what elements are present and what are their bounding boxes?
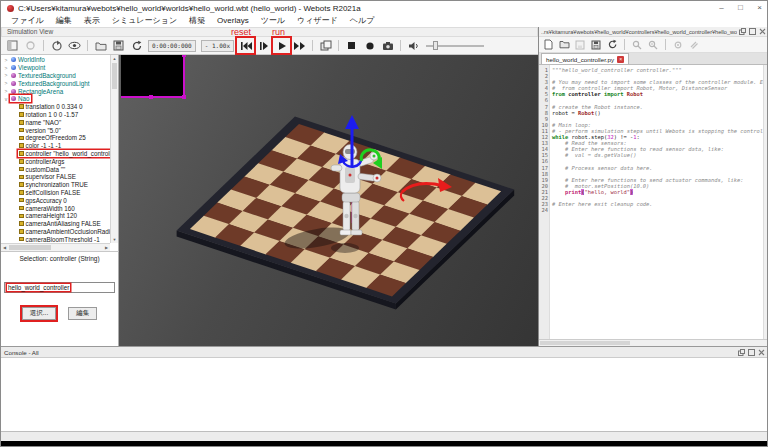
scroll-down-icon[interactable]: ▼ — [111, 236, 118, 243]
scrollbar-thumb[interactable] — [9, 245, 51, 250]
scene-tree[interactable]: >WorldInfo>Viewpoint>TexturedBackground>… — [2, 56, 110, 243]
tree-field-row[interactable]: cameraWidth 160 — [2, 204, 110, 212]
windows-icon[interactable] — [317, 38, 334, 53]
tree-node-row[interactable]: >RectangleArena — [2, 87, 110, 95]
menu-item-3[interactable]: 表示 — [78, 15, 106, 27]
tree-field-row[interactable]: gpsAccuracy 0 — [2, 196, 110, 204]
expand-icon[interactable]: > — [2, 72, 10, 78]
tree-field-row[interactable]: customData "" — [2, 165, 110, 173]
tree-field-row[interactable]: version "5.0" — [2, 126, 110, 134]
editor-vertical-scrollbar[interactable] — [763, 65, 768, 339]
menu-item-5[interactable]: 構築 — [183, 15, 211, 27]
menu-item-4[interactable]: シミュレーション — [106, 15, 183, 27]
scroll-right-icon[interactable]: ▶ — [103, 244, 110, 251]
volume-slider-thumb[interactable] — [433, 41, 438, 50]
tree-vertical-scrollbar[interactable]: ▲ ▼ — [110, 55, 118, 243]
open-folder-icon[interactable] — [92, 38, 109, 53]
expand-icon[interactable]: > — [2, 88, 10, 94]
tree-field-row[interactable]: name "NAO" — [2, 118, 110, 126]
play-button[interactable]: run — [273, 38, 290, 53]
editor-horizontal-scrollbar[interactable] — [539, 339, 768, 346]
expand-icon[interactable]: > — [2, 57, 10, 63]
scrollbar-thumb[interactable] — [112, 63, 117, 89]
magnifier-plus-icon[interactable] — [646, 38, 660, 51]
overlay-handle[interactable] — [182, 55, 186, 57]
magnifier-icon[interactable] — [630, 38, 644, 51]
select-controller-button[interactable]: 選択... — [22, 307, 56, 320]
world-reload-icon[interactable] — [48, 38, 65, 53]
save-icon[interactable] — [573, 38, 587, 51]
robot-camera-overlay[interactable] — [121, 55, 185, 98]
scroll-up-icon[interactable]: ▲ — [111, 55, 118, 62]
eye-icon[interactable] — [66, 38, 83, 53]
console-output[interactable] — [1, 358, 768, 431]
close-button[interactable]: × — [750, 1, 768, 15]
tab-close-icon[interactable]: × — [617, 56, 624, 63]
controller-value-input[interactable]: hello_world_controller — [4, 282, 115, 293]
edit-controller-button[interactable]: 編集 — [68, 307, 97, 320]
tree-field-row[interactable]: cameraAntiAliasing FALSE — [2, 220, 110, 228]
menu-item-8[interactable]: ウィザード — [291, 15, 344, 27]
scrollbar-thumb[interactable] — [540, 341, 630, 345]
console-maximize-icon[interactable] — [747, 348, 756, 356]
speed-display[interactable]: - 1.00x — [201, 40, 234, 52]
open-file-icon[interactable] — [557, 38, 571, 51]
menu-item-6[interactable]: Overlays — [211, 15, 255, 27]
tree-field-row[interactable]: supervisor FALSE — [2, 173, 110, 181]
tree-field-row[interactable]: controller "hello_world_controller" — [2, 150, 110, 158]
expand-icon[interactable]: > — [2, 80, 10, 86]
scroll-left-icon[interactable]: ◀ — [1, 244, 8, 251]
expand-icon[interactable]: > — [2, 65, 10, 71]
tree-field-row[interactable]: synchronization TRUE — [2, 181, 110, 189]
reset-button[interactable]: reset — [237, 38, 254, 53]
console-float-icon[interactable] — [737, 348, 746, 356]
maximize-button[interactable]: □ — [731, 1, 750, 15]
pane-icon[interactable] — [4, 38, 21, 53]
step-button[interactable] — [255, 38, 272, 53]
save-as-icon[interactable] — [589, 38, 603, 51]
revert-icon[interactable] — [128, 38, 145, 53]
code-text[interactable]: """hello_world_controller controller."""… — [550, 65, 768, 339]
revert-icon[interactable] — [605, 38, 619, 51]
editor-float-icon[interactable] — [738, 28, 747, 36]
minimize-button[interactable]: – — [712, 1, 731, 15]
camera-icon[interactable] — [379, 38, 396, 53]
tree-field-row[interactable]: rotation 1 0 0 -1.57 — [2, 111, 110, 119]
tree-field-row[interactable]: degreeOfFreedom 25 — [2, 134, 110, 142]
menu-item-9[interactable]: ヘルプ — [344, 15, 381, 27]
tree-field-row[interactable]: selfCollision FALSE — [2, 189, 110, 197]
tree-node-row[interactable]: >TexturedBackground — [2, 72, 110, 80]
console-close-icon[interactable] — [757, 348, 766, 356]
speaker-icon[interactable] — [405, 38, 422, 53]
tree-field-row[interactable]: cameraAmbientOcclusionRadius 0 — [2, 228, 110, 236]
menu-item-2[interactable]: 編集 — [50, 15, 78, 27]
gear-icon[interactable] — [671, 38, 685, 51]
code-editor[interactable]: 123456789101112131415161718192021222324 … — [539, 65, 768, 339]
stop-icon[interactable] — [343, 38, 360, 53]
tree-field-row[interactable]: cameraBloomThreshold -1 — [2, 235, 110, 243]
tree-field-row[interactable]: controllerArgs — [2, 157, 110, 165]
new-file-icon[interactable] — [541, 38, 555, 51]
tree-node-row[interactable]: vNao — [2, 95, 110, 103]
editor-close-icon[interactable] — [758, 28, 767, 36]
editor-maximize-icon[interactable] — [748, 28, 757, 36]
tree-horizontal-scrollbar[interactable]: ◀ ▶ — [1, 243, 110, 251]
record-icon[interactable] — [361, 38, 378, 53]
tree-node-row[interactable]: >Viewpoint — [2, 64, 110, 72]
overlay-handle[interactable] — [149, 95, 153, 99]
menu-item-1[interactable]: ファイル — [5, 15, 50, 27]
fast-forward-button[interactable] — [291, 38, 308, 53]
volume-slider[interactable] — [426, 38, 488, 53]
tree-node-row[interactable]: >WorldInfo — [2, 56, 110, 64]
paperclip-icon[interactable] — [687, 38, 701, 51]
tree-field-row[interactable]: color -1 -1 -1 — [2, 142, 110, 150]
menu-item-7[interactable]: ツール — [255, 15, 291, 27]
save-icon[interactable] — [110, 38, 127, 53]
tab-hello-world-controller[interactable]: hello_world_controller.py × — [541, 53, 629, 64]
record-disabled-icon[interactable] — [22, 38, 39, 53]
tree-node-row[interactable]: >TexturedBackgroundLight — [2, 79, 110, 87]
collapse-icon[interactable]: v — [2, 96, 10, 102]
tree-field-row[interactable]: cameraHeight 120 — [2, 212, 110, 220]
tree-field-row[interactable]: translation 0 0.334 0 — [2, 103, 110, 111]
3d-viewport[interactable] — [119, 55, 538, 346]
